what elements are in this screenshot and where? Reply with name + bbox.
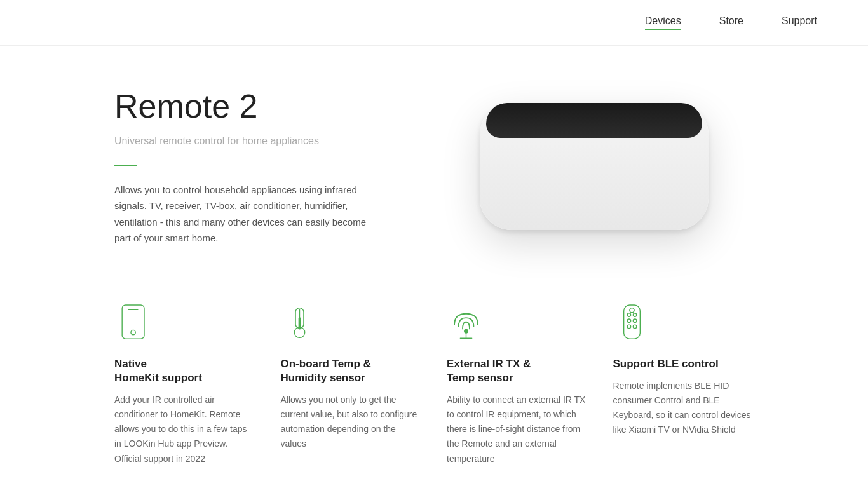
feature-temp: On-board Temp &Humidity sensor Allows yo…: [281, 300, 422, 466]
feature-homekit-text: Add your IR controlled air conditioner t…: [114, 393, 255, 466]
phone-icon: [114, 300, 153, 344]
hero-content: Remote 2 Universal remote control for ho…: [114, 87, 434, 247]
nav-devices[interactable]: Devices: [645, 15, 681, 30]
hero-section: Remote 2 Universal remote control for ho…: [0, 46, 868, 287]
feature-temp-text: Allows you not only to get the current v…: [281, 393, 422, 451]
feature-ir: External IR TX &Temp sensor Ability to c…: [447, 300, 588, 466]
device-illustration: [467, 84, 721, 249]
device-top: [486, 103, 702, 138]
feature-homekit: NativeHomeKit support Add your IR contro…: [114, 300, 255, 466]
svg-point-13: [627, 319, 631, 323]
feature-homekit-title: NativeHomeKit support: [114, 357, 255, 385]
navigation: Devices Store Support: [0, 0, 868, 46]
svg-rect-10: [624, 305, 641, 339]
product-title: Remote 2: [114, 87, 434, 125]
svg-point-11: [627, 313, 631, 316]
hero-description: Allows you to control household applianc…: [114, 182, 381, 247]
thermometer-icon: [281, 300, 319, 344]
features-section: NativeHomeKit support Add your IR contro…: [0, 287, 868, 488]
device-body: [480, 103, 709, 230]
nav-store[interactable]: Store: [719, 15, 743, 30]
svg-point-14: [633, 319, 637, 323]
feature-ble-text: Remote implements BLE HID consumer Contr…: [613, 379, 754, 437]
signal-icon: [447, 300, 485, 344]
svg-point-16: [633, 325, 637, 329]
feature-ir-title: External IR TX &Temp sensor: [447, 357, 588, 385]
feature-temp-title: On-board Temp &Humidity sensor: [281, 357, 422, 385]
feature-ir-text: Ability to connect an external IR TX to …: [447, 393, 588, 466]
product-subtitle: Universal remote control for home applia…: [114, 135, 434, 147]
feature-ble: Support BLE control Remote implements BL…: [613, 300, 754, 466]
hero-image: [434, 84, 754, 249]
svg-point-17: [630, 308, 634, 312]
nav-support[interactable]: Support: [782, 15, 817, 30]
remote-icon: [613, 300, 651, 344]
svg-point-7: [464, 329, 468, 333]
hero-divider: [114, 165, 137, 166]
svg-point-12: [633, 313, 637, 316]
svg-point-15: [627, 325, 631, 329]
svg-point-1: [130, 330, 135, 334]
feature-ble-title: Support BLE control: [613, 357, 754, 371]
